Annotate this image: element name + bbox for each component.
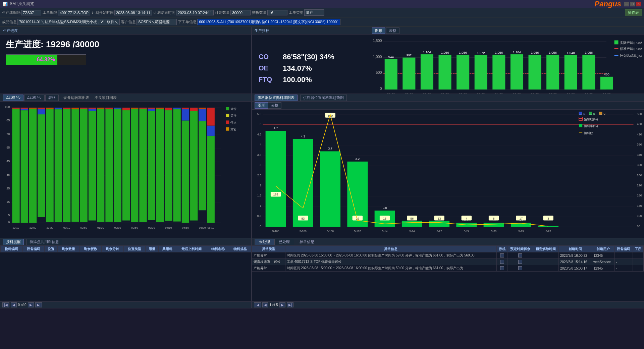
svg-text:55: 55 xyxy=(6,146,10,149)
feeder-chart-area: 5.5 5 4.5 4 3.5 3 2.5 2 1.5 1 0.5 0 500 … xyxy=(252,110,644,243)
svg-rect-111 xyxy=(148,108,155,109)
exc-stop-3 xyxy=(496,265,507,272)
exc-process-3 xyxy=(633,265,643,272)
feeder-pagination: |◀ ◀ 0 of 0 ▶ ▶| xyxy=(0,301,251,308)
equip-tab-zzs07-6[interactable]: ZZS07-6 xyxy=(24,95,45,101)
svg-text:其它: 其它 xyxy=(230,128,236,131)
close-button[interactable]: ✕ xyxy=(636,2,641,6)
capacity-tab-table[interactable]: 表格 xyxy=(386,27,399,34)
svg-text:0: 0 xyxy=(8,221,10,224)
next-page-icon[interactable]: ▶ xyxy=(28,302,34,307)
exception-header: 未处理 已处理 异常信息 xyxy=(252,238,644,246)
next-work-field: 下工单信息 60012093-S-ALL;70010937001建理内位01;2… xyxy=(178,19,340,25)
first-page-icon[interactable]: |◀ xyxy=(2,302,9,307)
ftq-row: FTQ 100.00% xyxy=(259,75,362,84)
svg-rect-252 xyxy=(599,112,602,115)
svg-rect-17 xyxy=(457,55,469,90)
exc-first-page[interactable]: |◀ xyxy=(254,302,261,307)
exception-tabs[interactable]: 未处理 已处理 xyxy=(255,239,294,245)
progress-bar-wrap: 64.32% xyxy=(6,54,86,65)
op-list-btn-wrap[interactable]: 操作表 xyxy=(625,9,642,16)
svg-text:5-23: 5-23 xyxy=(518,230,524,233)
equip-tab-zzs07-5[interactable]: ZZS07-5 xyxy=(3,95,23,101)
metrics-left: 生产指标 CO 86'58"(30) 34% OE 134.07% FTQ 10… xyxy=(252,27,369,102)
svg-rect-89 xyxy=(63,108,70,109)
exc-last-page[interactable]: ▶| xyxy=(287,302,294,307)
svg-text:5: 5 xyxy=(8,214,10,217)
col-remaining-qty: 剩余数量 xyxy=(58,246,80,252)
svg-text:56: 56 xyxy=(410,217,414,220)
title-bar-left: 📊 SMT拉头浏览 xyxy=(3,1,34,7)
exception-row-3: 产能异常 时间区间 2023-03-08 15:00:00 ~ 2023-03-… xyxy=(252,265,644,272)
equip-tab-group[interactable]: ZZS07-5 ZZS07-6 表格 xyxy=(3,95,59,101)
prev-page-icon[interactable]: ◀ xyxy=(11,302,17,307)
svg-rect-148 xyxy=(226,127,229,131)
svg-rect-29 xyxy=(565,55,577,89)
svg-text:992: 992 xyxy=(406,53,412,57)
exception-pagination: |◀ ◀ 1 of 5 ▶ ▶| xyxy=(252,301,644,308)
plan-start-value: 2023-03-08 13:14:11 xyxy=(114,10,152,15)
prod-line-field: 生产线编码 ZZS07 xyxy=(2,10,41,15)
progress-content: 生产进度: 19296 /30000 64.32% xyxy=(0,35,251,94)
svg-rect-197 xyxy=(320,151,340,227)
maximize-button[interactable]: □ xyxy=(630,2,635,6)
svg-rect-9 xyxy=(385,59,397,90)
svg-text:460: 460 xyxy=(637,122,642,126)
last-page-icon[interactable]: ▶| xyxy=(35,302,42,307)
exc-create-1: 2023/3/8 16:00:22 xyxy=(558,252,592,259)
feeder-trend-tab[interactable]: 供料器位置抛料率趋势图 xyxy=(300,95,347,101)
handled-tab[interactable]: 已处理 xyxy=(274,239,294,245)
equip-chart-header: ZZS07-5 ZZS07-6 表格 设备运转率图表 不良项目图表 xyxy=(0,94,251,102)
svg-rect-27 xyxy=(546,55,559,90)
exc-type-3: 产能异常 xyxy=(252,265,285,272)
svg-rect-78 xyxy=(21,108,28,109)
svg-text:02:10: 02:10 xyxy=(114,226,121,229)
col-position: 位置 xyxy=(45,246,58,252)
pending-tab[interactable]: 待添点共用料信息 xyxy=(26,239,62,245)
svg-text:04:50: 04:50 xyxy=(182,226,189,229)
col-material-code: 物料编码 xyxy=(1,246,23,252)
svg-rect-118 xyxy=(182,120,189,223)
equip-tab-table[interactable]: 表格 xyxy=(45,95,59,101)
exception-title: 异常信息 xyxy=(300,239,314,244)
plan-end-value: 2023-03-10 07:24:11 xyxy=(176,10,214,15)
svg-rect-107 xyxy=(139,109,147,222)
svg-text:03:30: 03:30 xyxy=(148,226,155,229)
capacity-tab-group[interactable]: 图形 表格 xyxy=(372,27,399,34)
feeder-chart-panel: 供料器位置抛料率图表 供料器位置抛料率趋势图 图形 表格 5.5 5 4.5 4… xyxy=(252,94,644,238)
header-row1: 生产线编码 ZZS07 工单编码 40017712-S-TOP 计划开始时间 2… xyxy=(0,8,644,17)
svg-text:1,056: 1,056 xyxy=(531,51,539,54)
feeder-chart-tab-main[interactable]: 供料器位置抛料率图表 xyxy=(255,95,298,101)
capacity-tab-chart[interactable]: 图形 xyxy=(372,27,385,34)
svg-text:380: 380 xyxy=(637,143,642,146)
svg-text:22:50: 22:50 xyxy=(30,226,37,229)
exc-next-page[interactable]: ▶ xyxy=(279,302,285,307)
unhandled-tab[interactable]: 未处理 xyxy=(255,239,274,245)
svg-text:A: A xyxy=(583,112,585,115)
svg-text:500: 500 xyxy=(376,70,382,74)
svg-rect-146 xyxy=(226,120,229,124)
exc-prev-page[interactable]: ◀ xyxy=(262,302,268,307)
feeder-sub-chart-tab[interactable]: 图形 xyxy=(255,102,268,109)
exc-info-3: 时间区间 2023-03-08 15:00:00 ~ 2023-03-08 16… xyxy=(285,265,496,272)
svg-text:运行: 运行 xyxy=(230,107,236,111)
minimize-button[interactable]: — xyxy=(624,2,629,6)
svg-rect-23 xyxy=(511,54,523,90)
feeder-table-header-row: 物料编码 设备编码 位置 剩余数量 剩余板数 剩余分钟 位置类型 用量 共用料 … xyxy=(1,246,251,252)
exception-row-1: 产能异常 时间区间 2023-03-08 15:00:00 ~ 2023-03-… xyxy=(252,252,644,259)
svg-text:420: 420 xyxy=(637,133,642,136)
title-bar-controls[interactable]: — □ ✕ xyxy=(624,2,641,6)
oe-label: OE xyxy=(259,64,279,72)
svg-rect-101 xyxy=(114,109,121,222)
feeder-sub-table-tab[interactable]: 表格 xyxy=(268,102,281,109)
exception-content: 异常类型 异常信息 停机 预定时间解余 预定解除时间 创建时间 创建用户 设备编… xyxy=(252,246,644,301)
capacity-chart-area: 1,500 1,000 500 0 944 xyxy=(369,35,644,102)
feeder-remind-tab[interactable]: 接料提醒 xyxy=(3,239,24,245)
op-list-button[interactable]: 操作表 xyxy=(625,9,642,16)
capacity-chart-header: 图形 表格 xyxy=(369,27,644,35)
svg-text:1,056: 1,056 xyxy=(459,51,467,54)
feeder-chart-content: 图形 表格 5.5 5 4.5 4 3.5 3 2.5 2 1.5 1 0.5 xyxy=(252,102,644,238)
work-order-field: 工单编码 40017712-S-TOP xyxy=(43,10,90,15)
feeder-sub-tabs[interactable]: 图形 表格 xyxy=(252,102,644,110)
prod-line-label: 生产线编码 xyxy=(2,10,20,15)
